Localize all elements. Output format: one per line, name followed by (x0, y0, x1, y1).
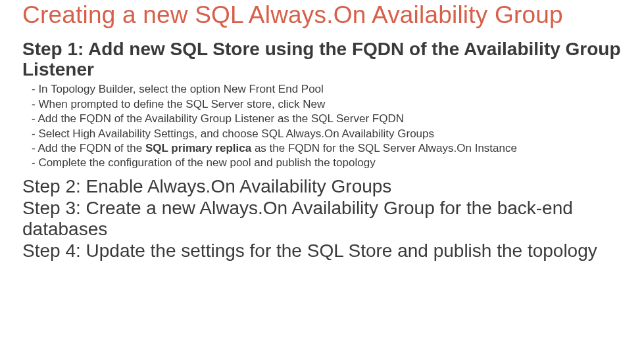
bullet-item: - Add the FQDN of the SQL primary replic… (32, 141, 622, 156)
bullet-text-part: as the FQDN for the SQL Server Always.On… (251, 142, 517, 154)
step-1-bullets: - In Topology Builder, select the option… (32, 82, 622, 171)
bullet-text-part: - Add the FQDN of the (32, 142, 145, 154)
bullet-item: - Complete the configuration of the new … (32, 156, 622, 170)
slide-body: Creating a new SQL Always.On Availabilit… (0, 0, 644, 261)
bullet-text-strong: SQL primary replica (145, 142, 251, 154)
bullet-item: - Add the FQDN of the Availability Group… (32, 112, 622, 126)
slide-title: Creating a new SQL Always.On Availabilit… (22, 1, 622, 30)
step-4-heading: Step 4: Update the settings for the SQL … (22, 240, 622, 261)
step-3-heading: Step 3: Create a new Always.On Availabil… (22, 198, 622, 239)
step-1-heading: Step 1: Add new SQL Store using the FQDN… (22, 39, 622, 80)
bullet-item: - When prompted to define the SQL Server… (32, 97, 622, 112)
bullet-item: - In Topology Builder, select the option… (32, 82, 622, 97)
step-2-heading: Step 2: Enable Always.On Availability Gr… (22, 176, 622, 196)
bullet-item: - Select High Availability Settings, and… (32, 127, 622, 141)
